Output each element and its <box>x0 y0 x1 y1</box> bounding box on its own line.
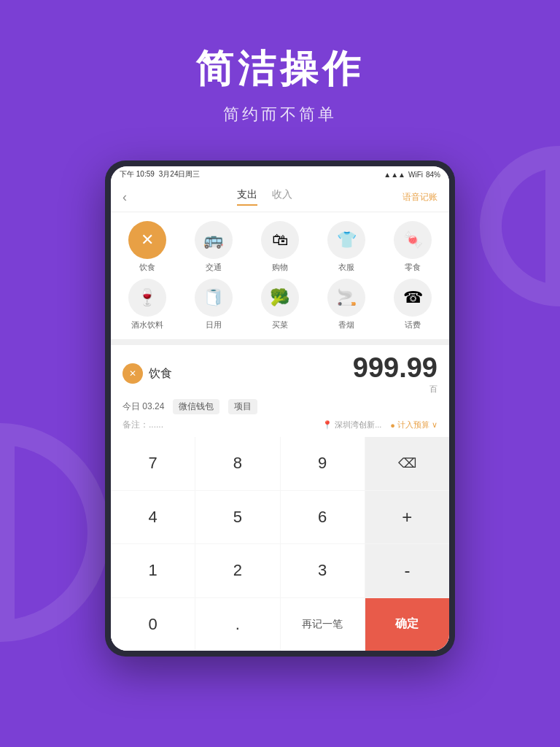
category-clothes-icon: 👕 <box>327 221 365 259</box>
header-section: 简洁操作 简约而不简单 <box>0 0 560 147</box>
location-pin-icon: 📍 <box>322 420 332 430</box>
category-drinks-icon: 🍷 <box>128 279 166 317</box>
key-decimal[interactable]: . <box>195 598 279 651</box>
category-grid: ✕ 饮食 🚌 交通 🛍 购物 👕 衣服 🍬 零食 <box>111 212 449 339</box>
meta-row: 今日 03.24 微信钱包 项目 <box>122 399 438 414</box>
budget-chevron-icon: ∨ <box>432 420 438 430</box>
category-phone-icon: ☎ <box>394 279 432 317</box>
category-clothes-label: 衣服 <box>338 262 354 273</box>
key-delete[interactable]: ⌫ <box>365 437 449 490</box>
amount-value: 999.99 <box>353 352 438 384</box>
amount-right: 999.99 百 <box>353 352 438 395</box>
category-clothes[interactable]: 👕 衣服 <box>316 221 377 273</box>
bg-decoration-left <box>0 423 109 642</box>
key-minus[interactable]: - <box>365 544 449 597</box>
category-transport[interactable]: 🚌 交通 <box>183 221 244 273</box>
budget-dot: ● <box>390 421 395 430</box>
keypad: 7 8 9 ⌫ 4 5 6 + 1 2 3 - 0 . 再记一笔 确定 <box>111 437 449 651</box>
key-plus[interactable]: + <box>365 491 449 544</box>
nav-voice-record[interactable]: 语音记账 <box>402 191 438 204</box>
category-food-label: 饮食 <box>139 262 155 273</box>
status-signal: ▲▲▲ <box>384 171 405 179</box>
category-shopping-icon: 🛍 <box>261 221 299 259</box>
key-confirm[interactable]: 确定 <box>365 598 449 651</box>
location-text: 深圳湾创新... <box>335 419 381 430</box>
amount-cat-icon: ✕ <box>122 363 143 384</box>
status-left: 下午 10:59 3月24日周三 <box>120 169 201 179</box>
category-shopping[interactable]: 🛍 购物 <box>249 221 310 273</box>
category-vegetables[interactable]: 🥦 买菜 <box>249 279 310 330</box>
status-bar: 下午 10:59 3月24日周三 ▲▲▲ WiFi 84% <box>111 166 449 182</box>
status-right: ▲▲▲ WiFi 84% <box>384 171 440 179</box>
key-1[interactable]: 1 <box>111 544 195 597</box>
category-snack-icon: 🍬 <box>394 221 432 259</box>
category-phone-label: 话费 <box>405 320 421 330</box>
category-vegetables-icon: 🥦 <box>261 279 299 317</box>
category-food-icon: ✕ <box>128 221 166 259</box>
notes-right: 📍 深圳湾创新... ● 计入预算 ∨ <box>322 419 438 430</box>
tab-income[interactable]: 收入 <box>272 188 292 206</box>
category-phone[interactable]: ☎ 话费 <box>383 279 443 330</box>
key-7[interactable]: 7 <box>111 437 195 490</box>
amount-category: ✕ 饮食 <box>122 363 172 384</box>
key-9[interactable]: 9 <box>281 437 365 490</box>
nav-back-button[interactable]: ‹ <box>122 190 127 205</box>
amount-cat-name: 饮食 <box>149 366 172 382</box>
key-2[interactable]: 2 <box>195 544 279 597</box>
category-snack-label: 零食 <box>405 262 421 273</box>
category-daily-icon: 🧻 <box>195 279 233 317</box>
key-again[interactable]: 再记一笔 <box>281 598 365 651</box>
key-6[interactable]: 6 <box>281 491 365 544</box>
category-smoking-icon: 🚬 <box>327 279 365 317</box>
meta-project[interactable]: 项目 <box>228 399 257 414</box>
category-transport-icon: 🚌 <box>195 221 233 259</box>
status-battery: 84% <box>426 171 440 179</box>
bg-decoration-right <box>480 146 560 306</box>
nav-bar: ‹ 支出 收入 语音记账 <box>111 182 449 212</box>
header-title: 简洁操作 <box>0 44 560 95</box>
budget-tag[interactable]: ● 计入预算 ∨ <box>390 419 438 430</box>
category-vegetables-label: 买菜 <box>272 320 288 330</box>
location-tag: 📍 深圳湾创新... <box>322 419 381 430</box>
notes-placeholder[interactable]: 备注：...... <box>122 419 163 431</box>
category-drinks[interactable]: 🍷 酒水饮料 <box>117 279 177 330</box>
key-3[interactable]: 3 <box>281 544 365 597</box>
category-shopping-label: 购物 <box>272 262 288 273</box>
category-smoking-label: 香烟 <box>338 320 354 330</box>
category-smoking[interactable]: 🚬 香烟 <box>316 279 377 330</box>
category-food[interactable]: ✕ 饮食 <box>117 221 177 273</box>
status-date: 3月24日周三 <box>159 169 201 179</box>
notes-row: 备注：...... 📍 深圳湾创新... ● 计入预算 ∨ <box>122 419 438 431</box>
nav-tabs: 支出 收入 <box>237 188 292 206</box>
ipad-screen: 下午 10:59 3月24日周三 ▲▲▲ WiFi 84% ‹ 支出 收入 语音… <box>111 166 449 651</box>
category-daily-label: 日用 <box>206 320 222 330</box>
tab-expense[interactable]: 支出 <box>237 188 257 206</box>
amount-row: ✕ 饮食 999.99 百 <box>122 352 438 395</box>
key-5[interactable]: 5 <box>195 491 279 544</box>
meta-wallet[interactable]: 微信钱包 <box>173 399 219 414</box>
key-4[interactable]: 4 <box>111 491 195 544</box>
budget-text: 计入预算 <box>397 419 429 430</box>
section-divider <box>111 339 449 345</box>
category-transport-label: 交通 <box>206 262 222 273</box>
amount-section: ✕ 饮食 999.99 百 今日 03.24 微信钱包 项目 备注：...... <box>111 345 449 437</box>
category-daily[interactable]: 🧻 日用 <box>183 279 244 330</box>
ipad-wrapper: 下午 10:59 3月24日周三 ▲▲▲ WiFi 84% ‹ 支出 收入 语音… <box>105 160 455 657</box>
ipad-body: 下午 10:59 3月24日周三 ▲▲▲ WiFi 84% ‹ 支出 收入 语音… <box>105 160 455 657</box>
amount-unit: 百 <box>353 384 438 395</box>
key-0[interactable]: 0 <box>111 598 195 651</box>
category-drinks-label: 酒水饮料 <box>131 320 163 330</box>
status-wifi: WiFi <box>408 171 423 179</box>
status-time: 下午 10:59 <box>120 169 155 179</box>
meta-date: 今日 03.24 <box>122 400 164 413</box>
header-subtitle: 简约而不简单 <box>0 104 560 125</box>
key-8[interactable]: 8 <box>195 437 279 490</box>
category-snack[interactable]: 🍬 零食 <box>383 221 443 273</box>
